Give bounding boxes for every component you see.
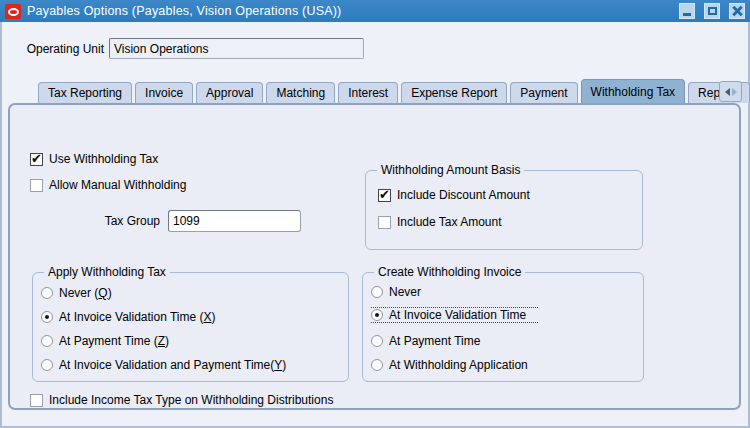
radio-label: At Payment Time (Z) (59, 334, 169, 348)
radio-label: At Payment Time (389, 334, 480, 348)
checkbox-label: Use Withholding Tax (49, 152, 158, 166)
close-icon (732, 6, 742, 16)
minimize-button[interactable] (679, 3, 695, 19)
checkbox-use-withholding-tax[interactable]: Use Withholding Tax (30, 151, 158, 167)
create-radio-never[interactable]: Never (371, 284, 433, 300)
radio-button[interactable] (371, 335, 383, 347)
tab-payment[interactable]: Payment (510, 82, 577, 103)
tab-invoice[interactable]: Invoice (135, 82, 193, 103)
radio-label: At Invoice Validation Time (389, 308, 526, 322)
checkbox-include-discount-amount[interactable]: Include Discount Amount (378, 187, 530, 203)
radio-button[interactable] (371, 359, 383, 371)
tax-group-label: Tax Group (30, 214, 160, 228)
title-bar: Payables Options (Payables, Vision Opera… (0, 0, 750, 22)
checkbox-label: Include Tax Amount (397, 215, 502, 229)
tab-scroll-left-icon (725, 88, 730, 96)
tab-scroll-button[interactable] (719, 81, 742, 102)
apply-radio-never[interactable]: Never (Q) (41, 285, 112, 301)
checkbox-box[interactable] (30, 153, 43, 166)
tab-withholding-tax[interactable]: Withholding Tax (581, 79, 686, 103)
radio-button[interactable] (41, 335, 53, 347)
group-legend: Apply Withholding Tax (44, 265, 170, 279)
checkbox-allow-manual-withholding[interactable]: Allow Manual Withholding (30, 177, 186, 193)
operating-unit-row: Operating Unit (18, 38, 364, 59)
radio-label: At Withholding Application (389, 358, 528, 372)
checkbox-label: Allow Manual Withholding (49, 178, 186, 192)
group-withholding-amount-basis: Withholding Amount Basis Include Discoun… (365, 170, 643, 250)
group-legend: Create Withholding Invoice (374, 265, 525, 279)
checkbox-label: Include Discount Amount (397, 188, 530, 202)
tax-group-field[interactable] (168, 210, 301, 232)
checkbox-box[interactable] (378, 216, 391, 229)
apply-radio-at-payment-time[interactable]: At Payment Time (Z) (41, 333, 169, 349)
radio-button[interactable] (371, 309, 383, 321)
checkbox-box[interactable] (30, 179, 43, 192)
checkbox-include-income-tax-type[interactable]: Include Income Tax Type on Withholding D… (30, 392, 333, 408)
create-radio-at-payment-time[interactable]: At Payment Time (371, 333, 492, 349)
oracle-logo-icon (5, 4, 21, 19)
radio-button[interactable] (41, 311, 53, 323)
checkbox-label: Include Income Tax Type on Withholding D… (49, 393, 333, 407)
radio-label: Never (389, 285, 421, 299)
tab-approval[interactable]: Approval (196, 82, 263, 103)
group-apply-withholding-tax: Apply Withholding Tax Never (Q) At Invoi… (32, 272, 349, 382)
create-radio-at-withholding-application[interactable]: At Withholding Application (371, 357, 540, 373)
radio-label: At Invoice Validation and Payment Time(Y… (59, 358, 286, 372)
window-title: Payables Options (Payables, Vision Opera… (27, 4, 670, 18)
operating-unit-label: Operating Unit (18, 42, 104, 56)
minimize-icon (683, 13, 691, 16)
radio-button[interactable] (41, 359, 53, 371)
maximize-icon (708, 7, 717, 15)
create-radio-at-invoice-validation-time[interactable]: At Invoice Validation Time (371, 307, 538, 323)
tab-matching[interactable]: Matching (266, 82, 335, 103)
group-legend: Withholding Amount Basis (377, 163, 524, 177)
radio-label: Never (Q) (59, 286, 112, 300)
tax-group-row: Tax Group (30, 210, 301, 232)
apply-radio-at-invoice-validation-time[interactable]: At Invoice Validation Time (X) (41, 309, 216, 325)
checkbox-box[interactable] (30, 394, 43, 407)
tab-bar: Tax Reporting Invoice Approval Matching … (38, 79, 750, 103)
checkbox-include-tax-amount[interactable]: Include Tax Amount (378, 214, 502, 230)
checkbox-box[interactable] (378, 189, 391, 202)
maximize-button[interactable] (704, 3, 720, 19)
tab-expense-report[interactable]: Expense Report (401, 82, 507, 103)
radio-label: At Invoice Validation Time (X) (59, 310, 216, 324)
operating-unit-field[interactable] (109, 38, 364, 59)
tab-tax-reporting[interactable]: Tax Reporting (38, 82, 132, 103)
content-panel: Use Withholding Tax Allow Manual Withhol… (8, 103, 741, 410)
radio-button[interactable] (371, 286, 383, 298)
group-create-withholding-invoice: Create Withholding Invoice Never At Invo… (362, 272, 644, 382)
close-button[interactable] (729, 3, 745, 19)
apply-radio-at-invoice-validation-and-payment-time[interactable]: At Invoice Validation and Payment Time(Y… (41, 357, 286, 373)
tab-scroll-right-icon (732, 88, 737, 96)
radio-button[interactable] (41, 287, 53, 299)
tab-interest[interactable]: Interest (338, 82, 398, 103)
